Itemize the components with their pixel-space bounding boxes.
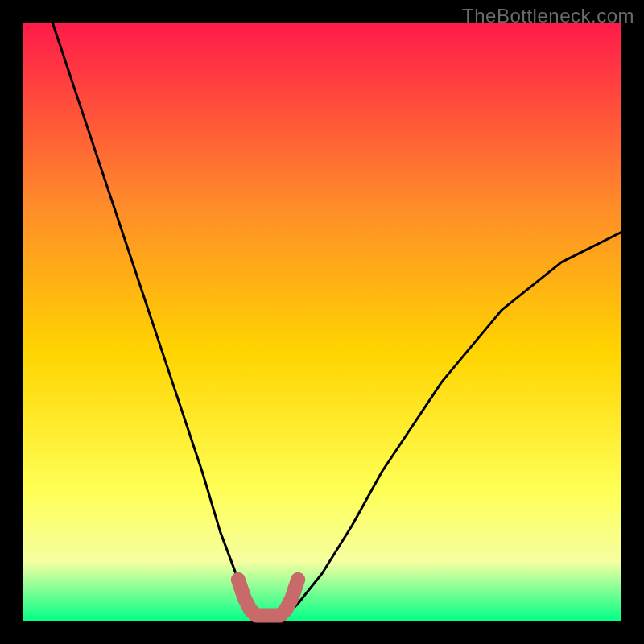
chart-stage: TheBottleneck.com bbox=[0, 0, 644, 644]
bottleneck-chart bbox=[0, 0, 644, 644]
watermark-text: TheBottleneck.com bbox=[462, 5, 634, 27]
plot-background bbox=[23, 23, 621, 621]
